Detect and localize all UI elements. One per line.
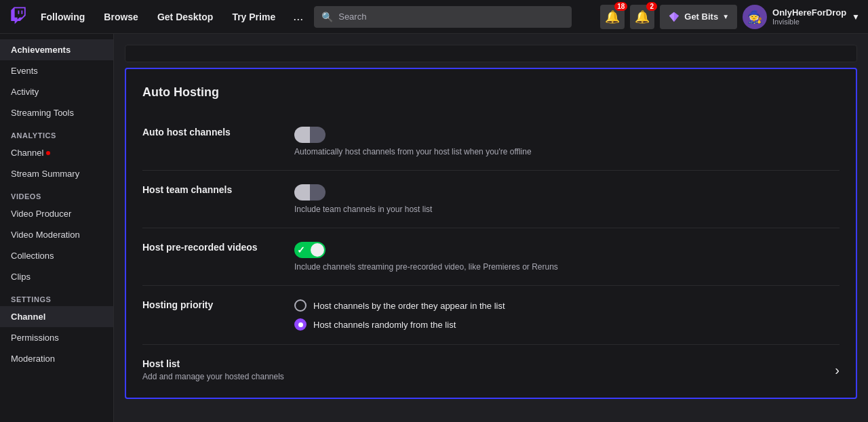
bell-alt-icon: 🔔 [635,9,650,24]
auto-host-channels-control: Automatically host channels from your ho… [294,127,532,156]
nav-get-desktop[interactable]: Get Desktop [151,12,220,22]
nav-try-prime[interactable]: Try Prime [225,12,282,22]
sidebar-item-video-moderation[interactable]: Video Moderation [0,224,113,245]
get-bits-button[interactable]: Get Bits ▼ [660,5,737,29]
host-prerecorded-desc: Include channels streaming pre-recorded … [294,262,558,272]
sidebar-item-achievements[interactable]: Achievements [0,39,113,60]
auto-hosting-card: Auto Hosting Auto host channels Automati… [125,68,857,399]
auto-hosting-title: Auto Hosting [142,85,840,100]
nav-more-button[interactable]: ... [288,9,309,24]
svg-marker-1 [669,12,674,21]
search-input[interactable] [338,12,564,22]
videos-section-label: VIDEOS [0,184,113,203]
sidebar-item-video-producer[interactable]: Video Producer [0,203,113,224]
priority-order-option[interactable]: Host channels by the order they appear i… [294,299,505,312]
notifications-button-1[interactable]: 🔔 18 [600,5,625,29]
hosting-priority-label: Hosting priority [142,299,278,310]
priority-order-label: Host channels by the order they appear i… [313,301,505,311]
host-team-channels-control: Include team channels in your host list [294,184,432,214]
host-list-row[interactable]: Host list Add and manage your hosted cha… [142,345,840,381]
user-chevron-icon: ▼ [852,12,860,22]
sidebar-item-activity[interactable]: Activity [0,81,113,102]
sidebar-item-collections[interactable]: Collections [0,245,113,266]
hosting-priority-row: Hosting priority Host channels by the or… [142,286,840,345]
sidebar-item-channel-settings[interactable]: Channel [0,306,113,327]
sidebar: Achievements Events Activity Streaming T… [0,34,114,422]
main-content: Auto Hosting Auto host channels Automati… [114,34,868,422]
sidebar-item-clips[interactable]: Clips [0,266,113,287]
notifications-button-2[interactable]: 🔔 2 [630,5,654,29]
top-navigation: Following Browse Get Desktop Try Prime .… [0,0,868,34]
nav-browse[interactable]: Browse [97,12,145,22]
bits-label: Get Bits [684,12,718,22]
host-list-title: Host list [142,358,284,369]
priority-order-radio [294,299,307,312]
priority-random-radio [294,318,307,331]
priority-random-label: Host channels randomly from the list [313,320,456,330]
previous-section-strip [125,45,857,62]
twitch-logo[interactable] [8,5,28,28]
username-label: OnlyHereForDrop [772,7,846,18]
host-prerecorded-label: Host pre-recorded videos [142,242,278,253]
priority-random-option[interactable]: Host channels randomly from the list [294,318,505,331]
auto-host-channels-label: Auto host channels [142,127,278,138]
notification-badge-2: 2 [646,2,657,11]
bell-icon: 🔔 [605,9,620,24]
host-prerecorded-row: Host pre-recorded videos ✓ Include chann… [142,228,840,286]
host-prerecorded-toggle[interactable]: ✓ [294,242,326,258]
host-prerecorded-control: ✓ Include channels streaming pre-recorde… [294,242,558,272]
sidebar-item-streaming-tools[interactable]: Streaming Tools [0,102,113,123]
search-icon: 🔍 [321,12,333,22]
host-team-channels-label: Host team channels [142,184,278,195]
host-team-channels-toggle[interactable] [294,184,326,201]
channel-dot [46,151,50,155]
host-list-desc: Add and manage your hosted channels [142,372,284,381]
host-team-channels-desc: Include team channels in your host list [294,205,432,214]
nav-following[interactable]: Following [34,12,92,22]
user-menu[interactable]: 🧙 OnlyHereForDrop Invisible ▼ [743,5,860,29]
auto-host-channels-toggle[interactable] [294,127,326,143]
topnav-right-area: 🔔 18 🔔 2 Get Bits ▼ 🧙 OnlyHereForDrop In… [600,5,860,29]
bits-dropdown-icon: ▼ [722,13,729,20]
notification-badge-1: 18 [614,2,627,11]
avatar: 🧙 [743,5,767,29]
auto-host-channels-desc: Automatically host channels from your ho… [294,147,532,156]
sidebar-item-channel[interactable]: Channel [0,142,113,163]
host-team-channels-row: Host team channels Include team channels… [142,171,840,228]
sidebar-item-stream-summary[interactable]: Stream Summary [0,163,113,184]
sidebar-item-moderation[interactable]: Moderation [0,348,113,369]
auto-host-channels-row: Auto host channels Automatically host ch… [142,113,840,171]
hosting-priority-options: Host channels by the order they appear i… [294,299,505,331]
checkmark-icon: ✓ [297,245,305,255]
host-list-chevron-icon[interactable]: › [835,362,840,378]
user-status-label: Invisible [772,18,846,26]
sidebar-item-permissions[interactable]: Permissions [0,327,113,348]
analytics-section-label: ANALYTICS [0,123,113,142]
search-bar: 🔍 [314,6,572,28]
sidebar-item-events[interactable]: Events [0,60,113,81]
settings-section-label: SETTINGS [0,287,113,306]
